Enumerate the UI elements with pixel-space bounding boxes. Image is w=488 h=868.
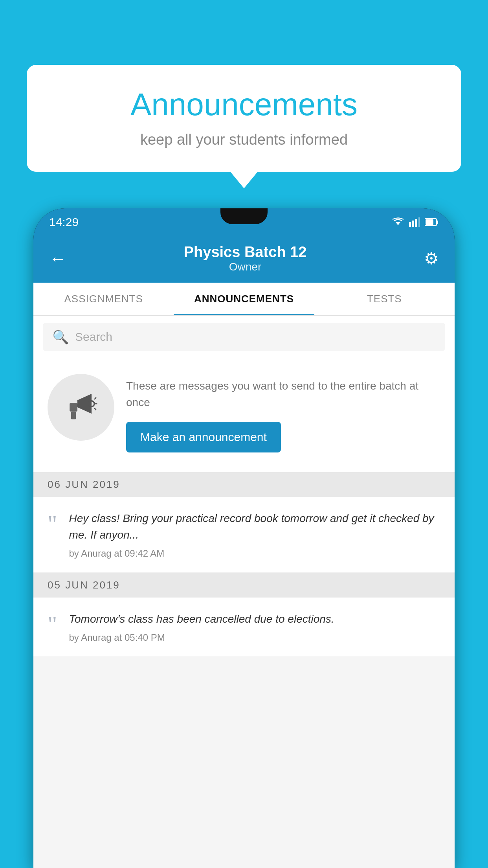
make-announcement-button[interactable]: Make an announcement [126,422,281,452]
svg-rect-6 [437,221,438,224]
signal-icon [409,217,420,227]
announcement-meta-2: by Anurag at 05:40 PM [69,632,334,643]
megaphone-icon [63,390,99,425]
svg-marker-9 [77,394,92,414]
announcement-item-1[interactable]: " Hey class! Bring your practical record… [33,497,455,573]
search-bar[interactable]: 🔍 Search [43,323,445,351]
tab-assignments[interactable]: ASSIGNMENTS [33,283,174,315]
settings-button[interactable]: ⚙ [424,249,439,268]
speech-bubble-title: Announcements [50,86,438,123]
app-header: ← Physics Batch 12 Owner ⚙ [33,236,455,283]
promo-text-group: These are messages you want to send to t… [126,374,440,452]
notch [220,208,268,224]
svg-rect-2 [412,221,414,227]
date-separator-1: 06 JUN 2019 [33,472,455,497]
promo-description: These are messages you want to send to t… [126,378,440,411]
announcement-meta-1: by Anurag at 09:42 AM [69,548,441,559]
svg-rect-8 [70,403,77,412]
speech-bubble-section: Announcements keep all your students inf… [27,65,461,172]
date-separator-2: 05 JUN 2019 [33,573,455,598]
tab-announcements[interactable]: ANNOUNCEMENTS [174,283,314,315]
announcement-content-2: Tomorrow's class has been cancelled due … [69,611,334,643]
quote-icon-2: " [48,612,57,643]
app-content: 🔍 Search These are messages you wan [33,316,455,868]
svg-rect-4 [418,217,420,227]
svg-rect-1 [409,222,411,227]
announcement-content-1: Hey class! Bring your practical record b… [69,510,441,559]
quote-icon-1: " [48,512,57,559]
svg-rect-7 [426,219,433,225]
announcement-text-1: Hey class! Bring your practical record b… [69,510,441,543]
speech-bubble: Announcements keep all your students inf… [27,65,461,172]
svg-rect-3 [415,219,417,227]
svg-line-14 [94,408,96,410]
status-bar: 14:29 [33,208,455,236]
phone-frame: 14:29 ← Phys [33,208,455,868]
announcement-item-2[interactable]: " Tomorrow's class has been cancelled du… [33,598,455,657]
svg-rect-10 [71,412,76,419]
header-title-group: Physics Batch 12 Owner [184,244,307,273]
announcement-text-2: Tomorrow's class has been cancelled due … [69,611,334,627]
search-icon: 🔍 [52,329,69,345]
back-button[interactable]: ← [49,249,66,268]
announcement-icon-circle [48,374,114,441]
svg-line-12 [94,397,96,399]
promo-card: These are messages you want to send to t… [33,358,455,472]
status-icons [392,217,439,227]
tabs: ASSIGNMENTS ANNOUNCEMENTS TESTS [33,283,455,316]
batch-title: Physics Batch 12 [184,244,307,261]
search-bar-container: 🔍 Search [33,316,455,358]
status-time: 14:29 [49,215,79,229]
svg-marker-0 [396,222,400,225]
batch-role: Owner [184,261,307,273]
wifi-icon [392,217,404,227]
search-placeholder: Search [75,330,112,344]
battery-icon [425,218,439,226]
speech-bubble-subtitle: keep all your students informed [50,131,438,148]
tab-tests[interactable]: TESTS [314,283,455,315]
